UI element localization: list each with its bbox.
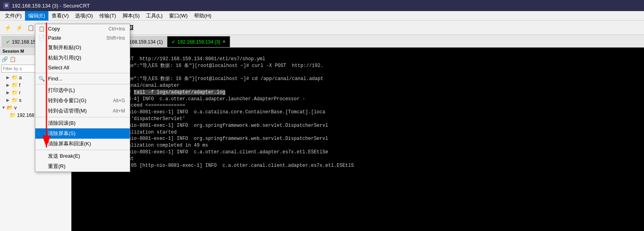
toolbar-copy[interactable]: 📋 bbox=[25, 23, 36, 33]
folder-icon-r: 📁 bbox=[12, 90, 18, 95]
tab-close-4[interactable]: ✕ bbox=[222, 39, 226, 44]
tab-check-4: ✔ bbox=[171, 39, 175, 45]
tree-arrow-f: ▶ bbox=[6, 83, 10, 87]
cm-sep4 bbox=[35, 150, 130, 150]
cm-copy[interactable]: 📋 Copy Ctrl+Ins bbox=[35, 24, 130, 33]
title-bar: 🖥 192.168.159.134 (3) - SecureCRT bbox=[0, 0, 644, 11]
menu-options[interactable]: 选项(O) bbox=[72, 11, 96, 21]
cm-print-sel[interactable]: 打印选中(L) bbox=[35, 85, 130, 95]
cm-paste-icon: 📄 bbox=[38, 35, 46, 41]
cm-clear-both[interactable]: 清除屏幕和回滚(K) bbox=[35, 139, 130, 149]
cm-sep1 bbox=[35, 73, 130, 73]
menu-view[interactable]: 查看(V) bbox=[48, 11, 72, 21]
context-menu: 📋 Copy Ctrl+Ins 📄 Paste Shift+Ins 复制并粘贴(… bbox=[35, 24, 130, 172]
cm-clear-scroll-label: 清除回滚(B) bbox=[48, 120, 75, 127]
cm-goto-cmd-label: 转到命令窗口(G) bbox=[48, 97, 87, 104]
cm-clear-both-label: 清除屏幕和回滚(K) bbox=[48, 140, 91, 147]
cm-goto-cmd-shortcut: Alt+G bbox=[113, 98, 125, 103]
folder-icon-f: 📁 bbox=[12, 82, 18, 88]
cm-find[interactable]: 🔍 Find... bbox=[35, 74, 130, 83]
toolbar-new-session[interactable]: ⚡ bbox=[2, 23, 13, 33]
menu-file[interactable]: 文件(F) bbox=[2, 11, 25, 21]
menu-bar: 文件(F) 编辑(E) 查看(V) 选项(O) 传输(T) 脚本(S) 工具(L… bbox=[0, 11, 644, 21]
cm-paste-label: Paste bbox=[48, 35, 61, 41]
cm-send-break-label: 发送 Break(E) bbox=[48, 153, 80, 160]
copy-icon-side: 📋 bbox=[10, 56, 16, 62]
app-icon: 🖥 bbox=[3, 2, 10, 9]
terminal[interactable]: host ~]# curl -X POST http://192.168.159… bbox=[71, 48, 644, 231]
menu-tools[interactable]: 工具(L) bbox=[143, 11, 166, 21]
link-icon: 🔗 bbox=[2, 56, 8, 62]
tab-4[interactable]: ✔ 192.168.159.134 (3) ✕ bbox=[167, 36, 230, 47]
cm-copy-label: Copy bbox=[48, 26, 60, 32]
cm-reset-label: 重置(R) bbox=[48, 163, 65, 170]
menu-transfer[interactable]: 传输(T) bbox=[96, 11, 119, 21]
folder-icon-a: 📁 bbox=[12, 74, 18, 80]
tree-label-v: v bbox=[14, 105, 17, 111]
tree-label-r: r bbox=[19, 90, 21, 95]
tree-arrow-a: ▶ bbox=[6, 75, 10, 80]
tree-label-192168: 192.168 bbox=[17, 113, 34, 118]
tree-arrow-v: ▼ bbox=[2, 105, 6, 110]
cm-select-all-label: Select All bbox=[48, 65, 69, 71]
tree-label-f: f bbox=[19, 82, 20, 88]
cm-print-sel-label: 打印选中(L) bbox=[48, 87, 75, 94]
menu-window[interactable]: 窗口(W) bbox=[166, 11, 191, 21]
folder-icon-s: 📁 bbox=[12, 97, 18, 103]
cm-paste-ref[interactable]: 粘贴为引用(Q) bbox=[35, 53, 130, 63]
window-title: 192.168.159.134 (3) - SecureCRT bbox=[12, 3, 90, 9]
cm-goto-session[interactable]: 转到会话管理(M) Alt+M bbox=[35, 106, 130, 116]
tree-arrow-r: ▶ bbox=[6, 90, 10, 95]
cm-select-all[interactable]: Select All bbox=[35, 63, 130, 72]
menu-help[interactable]: 帮助(H) bbox=[191, 11, 215, 21]
cm-paste-shortcut: Shift+Ins bbox=[106, 35, 125, 41]
cm-reset[interactable]: 重置(R) bbox=[35, 161, 130, 172]
cm-clear-screen-label: 清除屏幕(S) bbox=[48, 130, 75, 137]
cm-send-break[interactable]: 发送 Break(E) bbox=[35, 151, 130, 161]
cm-goto-session-label: 转到会话管理(M) bbox=[48, 107, 87, 115]
tree-arrow-s: ▶ bbox=[6, 98, 10, 102]
tab-label-4: 192.168.159.134 (3) bbox=[177, 39, 220, 45]
cm-find-icon: 🔍 bbox=[38, 76, 46, 82]
cm-sep2 bbox=[35, 84, 130, 84]
cm-copy-paste[interactable]: 复制并粘贴(O) bbox=[35, 42, 130, 53]
cm-paste[interactable]: 📄 Paste Shift+Ins bbox=[35, 33, 130, 42]
terminal-highlight: tail -f logs/adapter/adapter.log bbox=[134, 90, 225, 95]
toolbar-connect[interactable]: ⚡ bbox=[14, 23, 24, 33]
cm-copy-icon: 📋 bbox=[38, 26, 46, 32]
menu-edit[interactable]: 编辑(E) bbox=[25, 11, 48, 21]
cm-paste-ref-label: 粘贴为引用(Q) bbox=[48, 54, 81, 61]
cm-clear-scroll[interactable]: 清除回滚(B) bbox=[35, 118, 130, 128]
cm-goto-cmd[interactable]: 转到命令窗口(G) Alt+G bbox=[35, 95, 130, 106]
cm-goto-session-shortcut: Alt+M bbox=[113, 108, 125, 114]
cm-find-label: Find... bbox=[48, 76, 62, 82]
folder-icon-v: 📂 bbox=[7, 105, 13, 111]
folder-icon-192168: 📁 bbox=[10, 112, 16, 118]
cm-sep3 bbox=[35, 117, 130, 117]
terminal-wrapper: host ~]# curl -X POST http://192.168.159… bbox=[71, 48, 644, 231]
tree-label-a: a bbox=[19, 75, 22, 80]
tree-label-s: s bbox=[19, 97, 21, 103]
tab-check-1: ✔ bbox=[6, 39, 10, 45]
menu-script[interactable]: 脚本(S) bbox=[119, 11, 143, 21]
cm-copy-paste-label: 复制并粘贴(O) bbox=[48, 44, 81, 51]
cm-copy-shortcut: Ctrl+Ins bbox=[108, 26, 125, 32]
cm-clear-screen[interactable]: 清除屏幕(S) bbox=[35, 128, 130, 139]
